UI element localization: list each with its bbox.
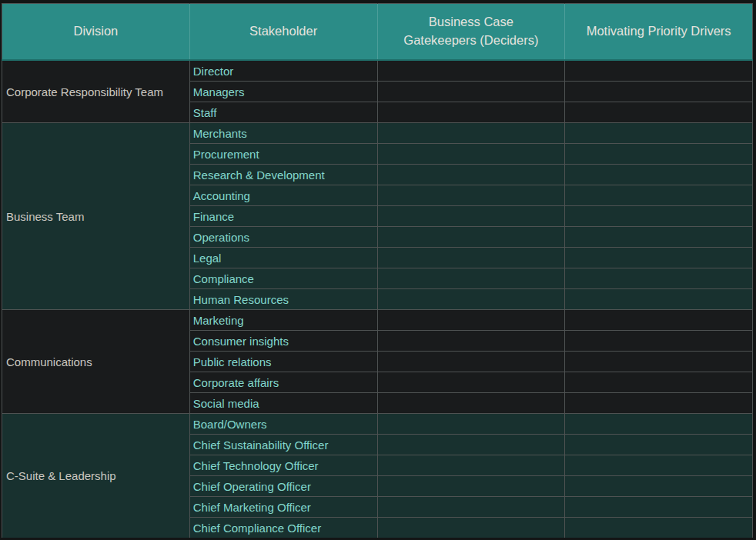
stakeholder-cell[interactable]: Legal (189, 248, 377, 268)
stakeholder-cell[interactable]: Accounting (189, 185, 377, 206)
drivers-cell[interactable] (565, 102, 753, 123)
stakeholder-cell[interactable]: Chief Sustainability Officer (189, 435, 377, 455)
stakeholder-cell[interactable]: Operations (189, 227, 377, 248)
drivers-cell[interactable] (565, 82, 753, 102)
table-row: Business TeamMerchants (2, 123, 753, 144)
gatekeepers-cell[interactable] (377, 352, 565, 372)
header-row: DivisionStakeholderBusiness Case Gatekee… (2, 4, 753, 61)
table-body: Corporate Responsibility TeamDirectorMan… (2, 60, 753, 538)
drivers-cell[interactable] (565, 123, 753, 144)
drivers-cell[interactable] (565, 60, 753, 82)
drivers-cell[interactable] (565, 185, 753, 206)
drivers-cell[interactable] (565, 455, 753, 476)
drivers-cell[interactable] (565, 227, 753, 248)
stakeholder-cell[interactable]: Managers (189, 82, 377, 102)
gatekeepers-cell[interactable] (377, 518, 565, 538)
gatekeepers-cell[interactable] (377, 414, 565, 435)
gatekeepers-cell[interactable] (377, 310, 565, 331)
stakeholder-table: DivisionStakeholderBusiness Case Gatekee… (2, 3, 753, 538)
stakeholder-cell[interactable]: Board/Owners (189, 414, 377, 435)
gatekeepers-cell[interactable] (377, 165, 565, 185)
drivers-cell[interactable] (565, 352, 753, 372)
drivers-cell[interactable] (565, 435, 753, 455)
stakeholder-cell[interactable]: Merchants (189, 123, 377, 144)
drivers-cell[interactable] (565, 414, 753, 435)
drivers-cell[interactable] (565, 497, 753, 518)
drivers-cell[interactable] (565, 268, 753, 289)
stakeholder-cell[interactable]: Social media (189, 393, 377, 414)
stakeholder-cell[interactable]: Staff (189, 102, 377, 123)
gatekeepers-cell[interactable] (377, 144, 565, 165)
stakeholder-cell[interactable]: Director (189, 60, 377, 82)
stakeholder-cell[interactable]: Finance (189, 206, 377, 227)
gatekeepers-cell[interactable] (377, 102, 565, 123)
gatekeepers-cell[interactable] (377, 248, 565, 268)
drivers-cell[interactable] (565, 289, 753, 310)
drivers-cell[interactable] (565, 310, 753, 331)
stakeholder-cell[interactable]: Human Resources (189, 289, 377, 310)
stakeholder-cell[interactable]: Compliance (189, 268, 377, 289)
gatekeepers-cell[interactable] (377, 82, 565, 102)
stakeholder-cell[interactable]: Research & Development (189, 165, 377, 185)
drivers-cell[interactable] (565, 248, 753, 268)
stakeholder-cell[interactable]: Corporate affairs (189, 372, 377, 393)
gatekeepers-cell[interactable] (377, 497, 565, 518)
column-header-stakeholder: Stakeholder (189, 4, 377, 61)
stakeholder-cell[interactable]: Chief Marketing Officer (189, 497, 377, 518)
drivers-cell[interactable] (565, 331, 753, 352)
gatekeepers-cell[interactable] (377, 372, 565, 393)
drivers-cell[interactable] (565, 372, 753, 393)
gatekeepers-cell[interactable] (377, 331, 565, 352)
gatekeepers-cell[interactable] (377, 206, 565, 227)
column-header-gatekeepers: Business Case Gatekeepers (Deciders) (377, 4, 565, 61)
stakeholder-cell[interactable]: Chief Technology Officer (189, 455, 377, 476)
drivers-cell[interactable] (565, 518, 753, 538)
gatekeepers-cell[interactable] (377, 289, 565, 310)
table-row: C-Suite & LeadershipBoard/Owners (2, 414, 753, 435)
drivers-cell[interactable] (565, 206, 753, 227)
gatekeepers-cell[interactable] (377, 227, 565, 248)
gatekeepers-cell[interactable] (377, 393, 565, 414)
drivers-cell[interactable] (565, 144, 753, 165)
division-cell[interactable]: C-Suite & Leadership (2, 414, 190, 538)
gatekeepers-cell[interactable] (377, 455, 565, 476)
division-cell[interactable]: Corporate Responsibility Team (2, 60, 190, 123)
table-header: DivisionStakeholderBusiness Case Gatekee… (2, 4, 753, 61)
drivers-cell[interactable] (565, 476, 753, 497)
stakeholder-cell[interactable]: Chief Compliance Officer (189, 518, 377, 538)
page: { "table": { "headers": [ { "key": "divi… (0, 0, 756, 540)
division-cell[interactable]: Communications (2, 310, 190, 414)
table-row: CommunicationsMarketing (2, 310, 753, 331)
gatekeepers-cell[interactable] (377, 185, 565, 206)
stakeholder-cell[interactable]: Public relations (189, 352, 377, 372)
gatekeepers-cell[interactable] (377, 60, 565, 82)
stakeholder-cell[interactable]: Consumer insights (189, 331, 377, 352)
stakeholder-cell[interactable]: Procurement (189, 144, 377, 165)
drivers-cell[interactable] (565, 393, 753, 414)
division-cell[interactable]: Business Team (2, 123, 190, 310)
drivers-cell[interactable] (565, 165, 753, 185)
stakeholder-cell[interactable]: Marketing (189, 310, 377, 331)
stakeholder-table-container: DivisionStakeholderBusiness Case Gatekee… (2, 3, 753, 538)
gatekeepers-cell[interactable] (377, 476, 565, 497)
gatekeepers-cell[interactable] (377, 268, 565, 289)
column-header-division: Division (2, 4, 190, 61)
gatekeepers-cell[interactable] (377, 435, 565, 455)
column-header-drivers: Motivating Priority Drivers (565, 4, 753, 61)
table-row: Corporate Responsibility TeamDirector (2, 60, 753, 82)
gatekeepers-cell[interactable] (377, 123, 565, 144)
stakeholder-cell[interactable]: Chief Operating Officer (189, 476, 377, 497)
